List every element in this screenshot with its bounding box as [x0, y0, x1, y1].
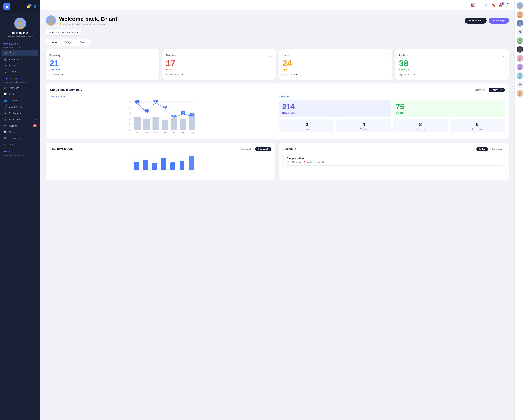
right-avatar-5[interactable] [517, 55, 523, 62]
sidebar-item-helpcenter[interactable]: ❓ Help Center › [0, 116, 40, 122]
mini-card-wontfix: 4 Won't Fix [336, 119, 391, 132]
right-avatar-8[interactable] [517, 90, 523, 97]
card-overdue-sub: From yesterday: 9 [166, 73, 272, 76]
sidebar-item-label-contacts: Contacts [9, 99, 37, 102]
settings-gear-icon: ⚙ [493, 19, 495, 22]
welcome-actions: ✉ Messages ⚙ Settings [465, 18, 509, 24]
sidebar-item-label-academy: Academy [9, 87, 37, 89]
notification-button[interactable]: 🔔 3 [27, 5, 30, 8]
sidebar-item-label-helpcenter: Help Center [9, 118, 34, 121]
card-overdue: Overdue ⋮ 17 Tasks From yesterday: 9 [162, 49, 276, 80]
mini-card-reopened-label: Re-opened [395, 128, 446, 130]
right-avatar-2[interactable] [517, 20, 523, 27]
expand-icon[interactable]: ⛶ [478, 3, 482, 7]
svg-point-5 [49, 17, 53, 21]
svg-point-88 [519, 74, 521, 76]
flag-icon[interactable]: 🇺🇸 [470, 3, 475, 8]
svg-point-3 [18, 20, 22, 24]
svg-text:27: 27 [130, 112, 131, 114]
sidebar-item-finance[interactable]: ₿ Finance [0, 63, 40, 69]
hamburger-button[interactable]: ☰ [45, 3, 48, 7]
avatar-4-status-dot [522, 51, 523, 53]
github-this-week-btn[interactable]: This Week [489, 88, 505, 92]
card-overdue-header: Overdue ⋮ [166, 53, 272, 57]
welcome-text: Welcome back, Brian! 🔔 You have 2 new me… [59, 16, 117, 25]
right-avatar-0[interactable] [517, 2, 523, 9]
user-icon-button[interactable]: 👤 [33, 5, 37, 8]
right-avatar-M2[interactable]: M [517, 81, 523, 88]
right-avatar-4[interactable] [517, 46, 523, 53]
svg-rect-65 [189, 156, 194, 170]
schedule-tomorrow-btn[interactable]: Tomorrow [489, 147, 505, 151]
project-selector-chevron: ▾ [77, 31, 78, 34]
messages-button[interactable]: ✉ Messages [465, 18, 487, 24]
sidebar-item-crypto[interactable]: $ Crypto [0, 69, 40, 75]
settings-button[interactable]: ⚙ Settings [489, 18, 509, 24]
closed-issues-number: 75 [396, 103, 502, 111]
github-overview-section: Overview 214 New Issues 75 Closed [280, 95, 505, 135]
sidebar-item-scrumboard[interactable]: ▦ Scrumboard [0, 135, 40, 141]
card-summary-header: Summary ⋮ [49, 53, 156, 57]
svg-rect-62 [161, 158, 166, 170]
mini-card-fixed-label: Fixed [281, 128, 333, 130]
sidebar-item-academy[interactable]: 🎓 Academy [0, 85, 40, 91]
schedule-chevron-icon[interactable]: › [500, 158, 502, 162]
project-selector[interactable]: ACME Corp. Backend App ▾ [46, 30, 81, 36]
sidebar-item-notes[interactable]: 📝 Notes [0, 129, 40, 135]
card-issues-title: Issues [282, 54, 290, 56]
right-avatar-M1[interactable]: M [517, 29, 523, 35]
card-summary: Summary ⋮ 21 Due Tasks Completed: 13 [46, 49, 159, 80]
sidebar-item-tasks[interactable]: ⊙ Tasks [0, 141, 40, 148]
schedule-toggle-group: Today Tomorrow [476, 147, 505, 151]
sidebar-item-mailbox[interactable]: ✉ Mailbox 27 [0, 122, 40, 129]
right-avatar-3[interactable] [517, 37, 523, 44]
svg-text:18: 18 [130, 118, 131, 120]
avatar-1-status-dot [522, 16, 523, 18]
task-dist-this-week-btn[interactable]: This Week [255, 147, 271, 151]
sidebar-item-ecommerce[interactable]: 🛒 ECommerce › [0, 104, 40, 110]
card-summary-menu[interactable]: ⋮ [152, 53, 156, 57]
sidebar-top-icons: 🔔 3 👤 [27, 5, 37, 8]
bookmark-icon[interactable]: 🔖 [492, 3, 496, 7]
inbox-badge: 5 [501, 2, 504, 5]
tab-team[interactable]: Team [76, 40, 89, 45]
right-avatar-6[interactable] [517, 64, 523, 70]
svg-rect-21 [153, 117, 159, 130]
main-content: ☰ 🇺🇸 ⛶ 🔍 🔖 📥 5 💬 [40, 0, 515, 420]
svg-text:28: 28 [146, 110, 147, 112]
sidebar-item-analytics[interactable]: ◷ Analytics [0, 56, 40, 63]
github-issues-panel: Github Issues Summary Last Week This Wee… [46, 84, 509, 139]
github-toggle-group: Last Week This Week [472, 88, 505, 92]
card-features-menu[interactable]: ⋮ [502, 53, 506, 57]
github-last-week-btn[interactable]: Last Week [472, 88, 488, 92]
search-icon[interactable]: 🔍 [485, 3, 489, 7]
card-overdue-menu[interactable]: ⋮ [269, 53, 272, 57]
chat-topbar-icon[interactable]: 💬 [506, 3, 510, 7]
schedule-group-meeting: Group Meeting 🕐 in 32 minutes 📍 Conferen… [283, 154, 505, 166]
schedule-today-btn[interactable]: Today [476, 147, 488, 151]
tab-budget[interactable]: Budget [61, 40, 76, 45]
card-issues-menu[interactable]: ⋮ [385, 53, 389, 57]
task-dist-last-week-btn[interactable]: Last Week [238, 147, 254, 151]
new-issues-card: 214 New Issues [280, 100, 391, 117]
sidebar-item-filemanager[interactable]: ☁ File Manager [0, 110, 40, 116]
pages-section-label: PAGES [0, 148, 40, 154]
svg-point-85 [519, 65, 521, 67]
closed-issues-label: Closed [396, 112, 502, 114]
inbox-icon[interactable]: 📥 5 [499, 3, 503, 7]
tabs-container: Home Budget Team [46, 39, 90, 46]
task-dist-header: Task Distribution Last Week This Week [50, 147, 271, 151]
welcome-sub-message: 🔔 You have 2 new messages and 15 new tas… [59, 23, 117, 25]
welcome-left: Welcome back, Brian! 🔔 You have 2 new me… [46, 15, 117, 26]
tab-home[interactable]: Home [47, 40, 61, 45]
sidebar-item-contacts[interactable]: 👥 Contacts [0, 97, 40, 104]
card-issues-header: Issues ⋮ [282, 53, 389, 57]
svg-text:Mon: Mon [136, 131, 139, 133]
right-avatar-7[interactable] [517, 73, 523, 79]
sidebar-item-chat[interactable]: 💬 Chat [0, 91, 40, 97]
svg-rect-20 [143, 119, 150, 130]
right-avatar-1[interactable] [517, 11, 523, 18]
sidebar-item-project[interactable]: ⊞ Project [2, 50, 38, 56]
task-dist-toggle-group: Last Week This Week [238, 147, 271, 151]
svg-rect-23 [171, 119, 177, 130]
